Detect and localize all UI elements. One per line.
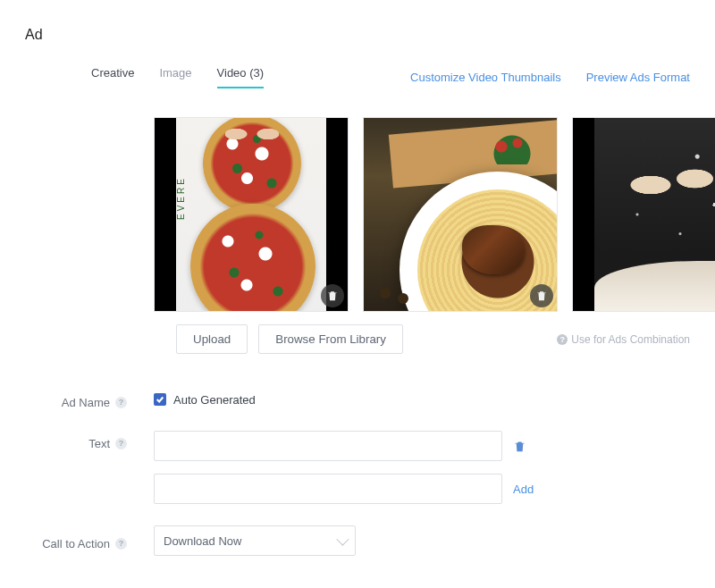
thumbs-row: EVERE (0, 117, 715, 312)
ads-combination-hint-text: Use for Ads Combination (571, 333, 690, 346)
section-title: Ad (0, 27, 715, 43)
video-thumb-1[interactable]: EVERE (154, 117, 349, 312)
tab-creative[interactable]: Creative (91, 66, 134, 88)
customize-thumbnails-link[interactable]: Customize Video Thumbnails (410, 71, 561, 84)
cta-select-value: Download Now (164, 534, 241, 548)
delete-text-1-button[interactable] (513, 440, 526, 453)
trash-icon (535, 290, 548, 302)
delete-video-1-button[interactable] (321, 284, 344, 307)
text-input-2[interactable] (154, 474, 502, 504)
tabs-links: Customize Video Thumbnails Preview Ads F… (410, 71, 690, 84)
video-thumb-3-image (594, 118, 715, 311)
row-ad-name: Ad Name ? Auto Generated (0, 390, 690, 409)
auto-generated-label: Auto Generated (173, 393, 256, 407)
video-thumb-1-image: EVERE (176, 118, 326, 311)
label-cta: Call to Action ? (0, 531, 134, 550)
checkbox-checked-icon (154, 393, 166, 406)
chevron-down-icon (336, 533, 349, 546)
row-text: Text ? Add (0, 431, 690, 504)
label-ad-name-text: Ad Name (62, 396, 110, 409)
tabs: Creative Image Video (3) (91, 66, 264, 88)
video-thumb-2-image (364, 118, 557, 311)
text-input-row-2: Add (154, 474, 690, 504)
preview-ads-link[interactable]: Preview Ads Format (586, 71, 690, 84)
text-input-1[interactable] (154, 431, 502, 461)
label-text-text: Text (88, 437, 110, 450)
label-ad-name: Ad Name ? (0, 390, 134, 409)
delete-video-2-button[interactable] (530, 284, 553, 307)
label-text: Text ? (0, 431, 134, 450)
trash-icon (326, 290, 339, 302)
label-cta-text: Call to Action (42, 537, 110, 550)
video-thumb-3[interactable] (572, 117, 715, 312)
auto-generated-checkbox[interactable]: Auto Generated (154, 393, 690, 407)
video-thumb-2[interactable] (363, 117, 558, 312)
help-icon: ? (557, 334, 568, 345)
help-icon: ? (115, 397, 127, 408)
upload-button[interactable]: Upload (176, 324, 248, 354)
ads-combination-hint: ? Use for Ads Combination (557, 333, 690, 346)
help-icon: ? (115, 538, 127, 550)
help-icon: ? (115, 438, 127, 449)
tab-video[interactable]: Video (3) (217, 66, 265, 88)
cta-select[interactable]: Download Now (154, 525, 356, 556)
browse-library-button[interactable]: Browse From Library (258, 324, 403, 354)
tab-image[interactable]: Image (159, 66, 191, 88)
text-input-row-1 (154, 431, 690, 461)
form: Ad Name ? Auto Generated Text ? (0, 390, 715, 556)
tabs-row: Creative Image Video (3) Customize Video… (0, 66, 715, 88)
video-thumb-1-brand: EVERE (176, 154, 194, 243)
add-text-button[interactable]: Add (513, 483, 534, 496)
row-cta: Call to Action ? Download Now (0, 525, 690, 556)
thumbs-actions: Upload Browse From Library ? Use for Ads… (0, 324, 715, 354)
